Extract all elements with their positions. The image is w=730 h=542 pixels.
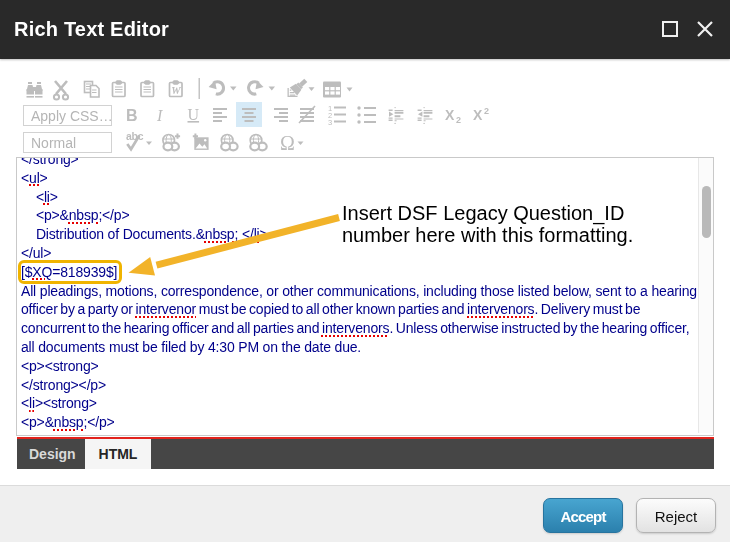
svg-text:Ω: Ω	[280, 132, 295, 154]
svg-text:B: B	[126, 107, 138, 124]
svg-text:3: 3	[328, 118, 332, 127]
svg-text:U: U	[188, 106, 200, 123]
svg-text:X: X	[473, 107, 483, 123]
svg-text:I: I	[156, 107, 163, 124]
svg-text:2: 2	[484, 106, 489, 116]
svg-text:X: X	[445, 107, 455, 123]
svg-text:abc: abc	[126, 130, 144, 142]
svg-text:W: W	[171, 85, 181, 96]
svg-text:2: 2	[456, 115, 461, 125]
